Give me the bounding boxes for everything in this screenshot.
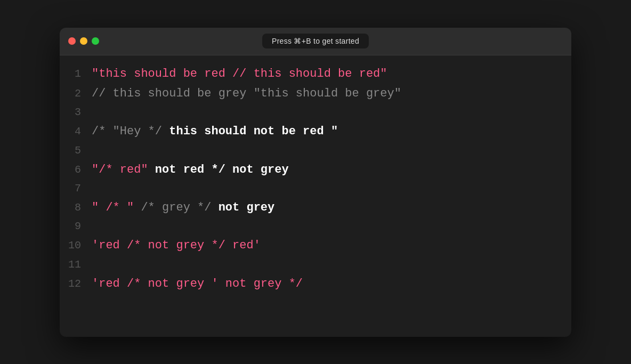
code-line: 8" /* " /* grey */ not grey (60, 198, 571, 217)
code-segment: 'red /* not grey */ red' (92, 239, 261, 252)
code-segment: 'red /* not grey ' not grey */ (92, 277, 303, 290)
traffic-lights (68, 37, 99, 45)
line-content: "/* red" not red */ not grey (92, 160, 289, 180)
line-content: "this should be red // this should be re… (92, 64, 387, 84)
code-segment: /* "Hey */ (92, 125, 169, 138)
code-segment: "/* red" (92, 163, 148, 176)
line-number: 2 (60, 85, 92, 103)
code-segment: this should not be red " (169, 125, 338, 138)
code-line: 11 (60, 256, 571, 274)
line-number: 4 (60, 123, 92, 141)
title-pill: Press ⌘+B to get started (262, 34, 369, 48)
code-segment: // this should be grey (92, 87, 254, 100)
line-number: 8 (60, 199, 92, 217)
code-line: 4/* "Hey */ this should not be red " (60, 122, 571, 141)
line-number: 12 (60, 275, 92, 293)
code-line: 3 (60, 103, 571, 122)
code-segment: "this should be grey" (254, 87, 401, 100)
minimize-button[interactable] (80, 37, 87, 45)
line-content: /* "Hey */ this should not be red " (92, 122, 338, 141)
code-line: 1"this should be red // this should be r… (60, 64, 571, 84)
line-number: 9 (60, 217, 92, 236)
line-number: 11 (60, 256, 92, 274)
line-number: 10 (60, 237, 92, 255)
titlebar: Press ⌘+B to get started (60, 28, 571, 55)
window-title: Press ⌘+B to get started (272, 37, 359, 45)
code-line: 9 (60, 217, 571, 236)
code-segment: /* grey */ (141, 201, 218, 214)
line-number: 3 (60, 103, 92, 122)
line-number: 5 (60, 142, 92, 160)
code-line: 12'red /* not grey ' not grey */ (60, 274, 571, 294)
code-line: 2// this should be grey "this should be … (60, 84, 571, 103)
close-button[interactable] (68, 37, 76, 45)
code-segment: "this should be red // this should be re… (92, 67, 387, 80)
app-window: Press ⌘+B to get started 1"this should b… (60, 28, 571, 337)
maximize-button[interactable] (92, 37, 99, 45)
line-content: // this should be grey "this should be g… (92, 84, 401, 103)
code-segment: not red */ not grey (148, 163, 289, 176)
code-line: 5 (60, 142, 571, 160)
code-segment: not grey (219, 201, 275, 214)
code-line: 6"/* red" not red */ not grey (60, 160, 571, 180)
line-content: 'red /* not grey */ red' (92, 236, 261, 255)
code-segment: " /* " (92, 201, 141, 214)
code-line: 7 (60, 180, 571, 198)
line-number: 7 (60, 180, 92, 198)
code-editor[interactable]: 1"this should be red // this should be r… (60, 55, 571, 303)
line-number: 6 (60, 161, 92, 179)
line-content: " /* " /* grey */ not grey (92, 198, 274, 217)
code-line: 10'red /* not grey */ red' (60, 236, 571, 255)
line-number: 1 (60, 65, 92, 83)
line-content: 'red /* not grey ' not grey */ (92, 274, 303, 294)
